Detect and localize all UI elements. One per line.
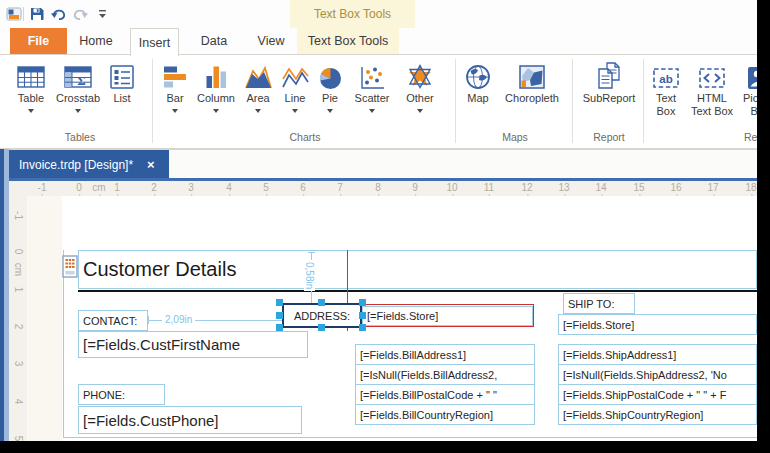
redo-icon [72,7,89,22]
ruler-mark: 1 [13,282,24,298]
ribbon-button-label: Text Box [648,92,684,117]
map-globe-icon [464,59,492,91]
ribbon-button-label: Bar [166,92,183,105]
textbox-cust-phone[interactable]: [=Fields.CustPhone] [78,406,302,434]
snapline-top [347,304,534,305]
ruler-mark: 15 [633,182,644,193]
tab-file[interactable]: File [10,28,67,54]
ribbon-button-column-chart[interactable]: Column [194,59,238,113]
textbox-bill-country-region[interactable]: [=Fields.BillCountryRegion] [355,404,535,425]
textbox-cust-first-name[interactable]: [=Fields.CustFirstName [78,331,308,358]
textbox-ship-to-label[interactable]: SHIP TO: [563,293,635,314]
selection-handle-middle-right[interactable] [359,312,366,319]
textbox-bill-address2[interactable]: [=IsNull(Fields.BillAddress2, [355,364,535,385]
choropleth-icon [517,59,547,91]
save-icon [29,6,45,22]
ribbon-button-map[interactable]: Map [460,59,496,105]
ruler-mark: 0 [76,182,82,193]
textbox-section-title[interactable]: Customer Details [78,250,757,289]
group-separator [152,59,153,143]
app-icon[interactable] [5,5,22,23]
group-separator [572,59,573,143]
ruler-mark: 10 [446,182,457,193]
customize-qat-button[interactable] [95,5,109,23]
selection-handle-bottom-middle[interactable] [318,324,325,331]
ruler-mark: 16 [670,182,681,193]
svg-text:ab: ab [659,73,672,85]
dropdown-arrow-icon [28,109,34,113]
ruler-mark: 3 [188,182,194,193]
html-text-box-icon [697,59,727,91]
ribbon-button-bar-chart[interactable]: Bar [158,59,192,113]
ribbon-button-choropleth[interactable]: Choropleth [498,59,566,105]
ruler-mark: 0 [13,244,24,260]
undo-button[interactable] [49,5,67,23]
ribbon-tab-row: File Home Insert Data View Text Box Tool… [0,28,770,55]
tab-home[interactable]: Home [72,28,120,54]
qat-separator [23,7,24,21]
customize-qat-icon [98,9,107,19]
report-designer-window: Text Box Tools File Home Insert Data Vie… [0,0,770,453]
ribbon-button-label: Area [246,92,269,105]
ruler-mark: 12 [521,182,532,193]
subreport-icon [594,59,624,91]
close-tab-icon[interactable]: × [147,157,155,172]
redo-button[interactable] [71,5,89,23]
screen-edge-right [757,0,770,453]
tab-view[interactable]: View [248,28,294,54]
ribbon-button-label: List [113,92,130,105]
tab-text-box-tools[interactable]: Text Box Tools [297,28,399,54]
ribbon-button-text-box[interactable]: ab Text Box [648,59,684,117]
ribbon-button-html-text-box[interactable]: HTML Text Box [686,59,738,117]
ribbon-button-list[interactable]: List [104,59,140,105]
ribbon-button-subreport[interactable]: SubReport [578,59,640,105]
line-item-divider[interactable] [78,290,757,292]
selection-handle-bottom-left[interactable] [276,324,283,331]
selection-handle-top-right[interactable] [359,299,366,306]
ribbon-button-table[interactable]: Table [12,59,50,113]
ribbon-button-crosstab[interactable]: Σ Crosstab [52,59,104,113]
document-tab-invoice[interactable]: Invoice.trdp [Design]* × [9,150,169,179]
textbox-phone-label[interactable]: PHONE: [78,384,165,405]
ribbon-button-label: Table [18,92,44,105]
ribbon-button-area-chart[interactable]: Area [240,59,276,113]
ruler-mark: 14 [595,182,606,193]
ribbon-button-scatter-chart[interactable]: Scatter [348,59,396,113]
ribbon-button-line-chart[interactable]: Line [278,59,312,113]
group-label-maps: Maps [458,131,572,143]
selection-handle-top-left[interactable] [276,299,283,306]
ruler-mark: 4 [226,182,232,193]
ribbon: Table Σ Crosstab [0,55,770,149]
textbox-ship-country-region[interactable]: [=Fields.ShipCountryRegion] [558,404,757,425]
save-button[interactable] [28,5,46,23]
selection-handle-bottom-right[interactable] [359,324,366,331]
textbox-bill-address1[interactable]: [=Fields.BillAddress1] [355,344,535,365]
selection-handle-middle-left[interactable] [276,312,283,319]
textbox-ship-store[interactable]: [=Fields.Store] [558,314,757,335]
ribbon-button-pie-chart[interactable]: Pie [314,59,346,113]
table-icon [16,59,46,91]
group-separator [455,59,456,143]
textbox-ship-address1[interactable]: [=Fields.ShipAddress1] [558,344,757,365]
contextual-tab-group-header: Text Box Tools [290,0,415,28]
section-handle-icon[interactable] [62,255,78,282]
textbox-ship-postal-code[interactable]: [=Fields.ShipPostalCode + " " + F [558,384,757,405]
ruler-mark: 5 [263,182,269,193]
ruler-mark: -1 [38,182,47,193]
textbox-contact-label[interactable]: CONTACT: [78,310,148,331]
textbox-ship-address2[interactable]: [=IsNull(Fields.ShipAddress2, 'No [558,364,757,385]
ribbon-button-other-chart[interactable]: Other [400,59,440,113]
group-label-charts: Charts [155,131,455,143]
ruler-mark: 17 [707,182,718,193]
selection-handle-top-middle[interactable] [318,299,325,306]
textbox-bill-store[interactable]: [=Fields.Store] [362,306,533,326]
textbox-bill-postal-code[interactable]: [=Fields.BillPostalCode + " " [355,384,535,405]
list-icon [108,59,136,91]
other-chart-icon [406,59,434,91]
tab-insert[interactable]: Insert [130,28,179,56]
tab-data[interactable]: Data [192,28,236,54]
ribbon-button-label: Line [285,92,306,105]
dropdown-arrow-icon [213,109,219,113]
pie-chart-icon [317,59,343,91]
ruler-mark: 3 [13,356,24,372]
